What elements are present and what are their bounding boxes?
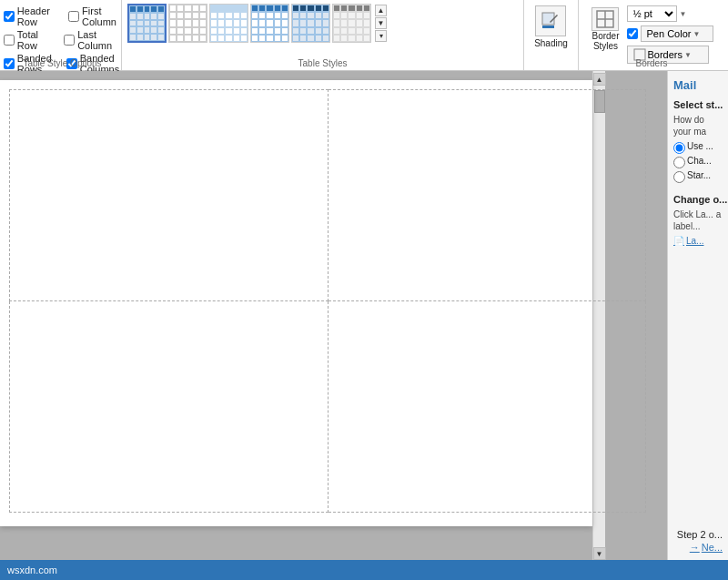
main-area: ▲ ▼ Mail Select st... How do your ma bbox=[0, 71, 728, 560]
swatch-scroll-down[interactable]: ▼ bbox=[375, 17, 387, 29]
table-style-swatch-6[interactable] bbox=[332, 4, 371, 43]
table-style-swatch-3[interactable] bbox=[209, 4, 248, 43]
select-section-title: Select st... bbox=[673, 99, 723, 110]
style-swatches-container: ▲ ▼ ▾ bbox=[127, 4, 387, 43]
mail-panel-title: Mail bbox=[673, 78, 723, 92]
change-section-desc: Click La... a label... bbox=[673, 209, 723, 232]
total-row-label: Total Row bbox=[17, 29, 49, 51]
mail-merge-panel: Mail Select st... How do your ma Use ...… bbox=[667, 71, 728, 560]
pen-color-checkbox[interactable] bbox=[627, 28, 638, 39]
shading-button[interactable]: Shading bbox=[532, 4, 570, 50]
pen-color-row: Pen Color ▼ bbox=[627, 25, 713, 42]
last-column-check-item: Last Column bbox=[64, 29, 119, 51]
border-styles-icon bbox=[592, 7, 619, 31]
table-cell-top-right bbox=[328, 90, 646, 301]
table-styles-group: ▲ ▼ ▾ Table Styles bbox=[122, 0, 524, 70]
pen-color-button[interactable]: Pen Color ▼ bbox=[641, 25, 713, 42]
border-styles-label2: Styles bbox=[593, 41, 618, 51]
label-link[interactable]: 📄 La... bbox=[673, 236, 723, 246]
radio-change: Cha... bbox=[673, 156, 723, 168]
total-row-check-item: Total Row bbox=[4, 29, 49, 51]
pen-color-label: Pen Color bbox=[647, 28, 692, 39]
header-row-label: Header Row bbox=[17, 5, 54, 27]
last-column-label: Last Column bbox=[77, 29, 119, 51]
scroll-down-arrow[interactable]: ▼ bbox=[593, 547, 606, 560]
table-cell-top-left bbox=[10, 90, 329, 301]
label-link-text: La... bbox=[686, 236, 703, 246]
change-section-title: Change o... bbox=[673, 194, 723, 205]
radio-change-label: Cha... bbox=[687, 156, 712, 166]
table-cell-bottom-right bbox=[328, 301, 646, 513]
radio-use-input[interactable] bbox=[673, 142, 685, 154]
first-column-checkbox[interactable] bbox=[68, 11, 79, 22]
header-row-checkbox[interactable] bbox=[4, 11, 15, 22]
swatch-scroll-up[interactable]: ▲ bbox=[375, 5, 387, 16]
shading-group: Shading bbox=[524, 0, 579, 70]
step-text: Step 2 o... bbox=[677, 529, 723, 540]
swatch-scroll-more[interactable]: ▾ bbox=[375, 30, 387, 42]
select-section-desc: How do your ma bbox=[673, 114, 723, 137]
next-link-text: Ne... bbox=[702, 542, 723, 553]
table-style-swatch-4[interactable] bbox=[250, 4, 289, 43]
document-area: ▲ ▼ bbox=[0, 71, 667, 560]
radio-use-label: Use ... bbox=[687, 141, 713, 151]
scroll-up-arrow[interactable]: ▲ bbox=[593, 73, 606, 86]
borders-group-label: Borders bbox=[579, 58, 724, 68]
change-section: Change o... Click La... a label... 📄 La.… bbox=[673, 194, 723, 246]
ribbon: Header Row First Column Total Row Last C… bbox=[0, 0, 728, 71]
pen-color-chevron: ▼ bbox=[693, 30, 700, 38]
shading-label: Shading bbox=[534, 38, 568, 48]
shading-icon bbox=[535, 5, 566, 36]
table-cell-bottom-left bbox=[10, 301, 329, 513]
table-row-bottom bbox=[10, 301, 646, 513]
border-styles-label: Border bbox=[592, 31, 619, 41]
label-file-icon: 📄 bbox=[673, 236, 684, 246]
step-footer: Step 2 o... → Ne... bbox=[677, 529, 728, 553]
header-row-check-item: Header Row bbox=[4, 5, 54, 27]
pen-width-select[interactable]: ½ pt bbox=[627, 5, 677, 22]
document-page bbox=[0, 80, 592, 526]
table-row-top bbox=[10, 90, 646, 301]
last-column-checkbox[interactable] bbox=[64, 35, 75, 46]
table-style-options-label: Table Style Options bbox=[4, 58, 121, 68]
borders-group: Border Styles ½ pt ▼ Pen Color ▼ bbox=[579, 0, 724, 70]
table-style-swatch-5[interactable] bbox=[291, 4, 330, 43]
border-styles-button[interactable]: Border Styles bbox=[590, 5, 621, 64]
table-style-swatch-2[interactable] bbox=[168, 4, 207, 43]
first-column-label: First Column bbox=[82, 5, 119, 27]
radio-start: Star... bbox=[673, 170, 723, 183]
pen-width-row: ½ pt ▼ bbox=[627, 5, 713, 22]
table-style-swatch-1[interactable] bbox=[127, 4, 167, 43]
swatch-scroll-buttons: ▲ ▼ ▾ bbox=[375, 5, 387, 42]
radio-start-label: Star... bbox=[687, 170, 711, 180]
pen-width-chevron: ▼ bbox=[680, 10, 687, 18]
svg-rect-1 bbox=[542, 25, 554, 28]
table-styles-label: Table Styles bbox=[122, 58, 523, 68]
first-column-check-item: First Column bbox=[68, 5, 119, 27]
total-row-checkbox[interactable] bbox=[4, 35, 15, 46]
document-table bbox=[9, 89, 646, 513]
next-link[interactable]: → Ne... bbox=[690, 542, 723, 553]
radio-start-input[interactable] bbox=[673, 171, 685, 183]
table-style-options-group: Header Row First Column Total Row Last C… bbox=[4, 0, 122, 70]
radio-change-input[interactable] bbox=[673, 157, 685, 168]
svg-rect-0 bbox=[542, 13, 554, 25]
radio-use: Use ... bbox=[673, 141, 723, 154]
